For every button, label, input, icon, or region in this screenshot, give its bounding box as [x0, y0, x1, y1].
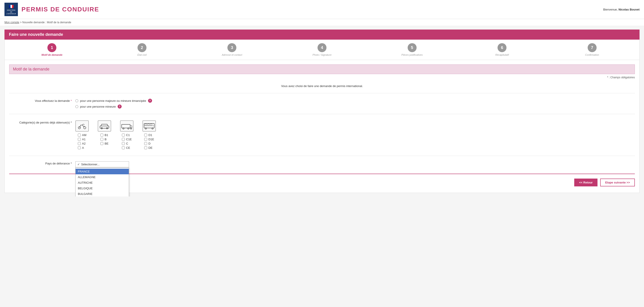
step-5[interactable]: 5 Pièces justificatives — [367, 43, 457, 56]
step-7[interactable]: 7 Confirmation — [547, 43, 637, 56]
checkbox-A: A — [78, 146, 86, 149]
step-7-circle: 7 — [588, 43, 596, 52]
chk-BE[interactable] — [100, 142, 103, 145]
step-5-label: Pièces justificatives — [402, 54, 422, 56]
checkbox-BE: BE — [100, 142, 108, 145]
dropdown-divider — [76, 168, 129, 168]
categories-grid: AM A1 A2 A — [75, 120, 156, 149]
checkbox-DE: DE — [144, 146, 154, 149]
checkbox-C1E: C1E — [122, 138, 132, 141]
steps: 1 Motif de demande 2 État civil 3 Adress… — [7, 43, 637, 56]
steps-container: 1 Motif de demande 2 État civil 3 Adress… — [4, 40, 640, 60]
username: Nicolas Bouvet — [618, 8, 640, 11]
radio-mineure[interactable] — [75, 105, 78, 108]
step-3[interactable]: 3 Adresse et contact — [187, 43, 277, 56]
chk-C1[interactable] — [122, 134, 125, 137]
radio-majeure[interactable] — [75, 99, 78, 102]
svg-point-8 — [128, 128, 129, 129]
breadcrumb: Mon compte > Nouvelle demande : Motif de… — [0, 19, 644, 26]
step-3-label: Adresse et contact — [222, 54, 242, 56]
chk-B[interactable] — [100, 138, 103, 141]
checkbox-AM: AM — [78, 133, 86, 137]
demande-required: * — [71, 99, 72, 103]
required-note: * : Champs obligatoires — [9, 76, 635, 79]
info-text: Vous avez choisi de faire une demande de… — [9, 82, 635, 90]
page-title: Faire une nouvelle demande — [9, 32, 63, 37]
dropdown-checkmark: ✓ — [77, 163, 80, 166]
svg-point-1 — [84, 127, 86, 129]
category-col-voiture: B1 B BE — [98, 120, 111, 149]
radio-row-2: pour une personne mineure ? — [75, 105, 152, 109]
voiture-items: B1 B BE — [100, 133, 108, 145]
dropdown-container: ✓ Sélectionner... FRANCE ALLEMAGNE AUTRI… — [75, 161, 129, 167]
page-title-bar: Faire une nouvelle demande — [4, 30, 640, 40]
category-col-bus: D1 D1E D DE — [142, 120, 156, 149]
breadcrumb-current: Nouvelle demande : Motif de la demande — [22, 21, 71, 24]
pays-row: Pays de délivrance * ✓ Sélectionner... F… — [9, 159, 635, 170]
radio-mineure-label: pour une personne mineure — [80, 105, 116, 108]
checkbox-D1E: D1E — [144, 138, 154, 141]
category-col-moto: AM A1 A2 A — [75, 120, 89, 149]
chk-A[interactable] — [78, 146, 81, 149]
step-1-label: Motif de demande — [42, 54, 62, 56]
breadcrumb-separator: > — [20, 21, 22, 24]
divider-2 — [9, 114, 635, 114]
moto-icon — [75, 120, 89, 132]
camion-icon — [120, 120, 134, 132]
step-2-label: État civil — [137, 54, 146, 56]
app-title: PERMIS DE CONDUIRE — [22, 6, 99, 13]
step-4-circle: 4 — [318, 43, 326, 52]
step-6[interactable]: 6 Récapitulatif — [457, 43, 547, 56]
step-5-circle: 5 — [408, 43, 416, 52]
svg-rect-13 — [148, 124, 149, 126]
dropdown-item-belgique[interactable]: BELGIQUE — [76, 185, 129, 191]
chk-A2[interactable] — [78, 142, 81, 145]
breadcrumb-link[interactable]: Mon compte — [4, 21, 19, 24]
step-4[interactable]: 4 Photo / Signature — [277, 43, 367, 56]
chk-C1E[interactable] — [122, 138, 125, 141]
step-3-circle: 3 — [228, 43, 236, 52]
step-6-circle: 6 — [498, 43, 506, 52]
chk-A1[interactable] — [78, 138, 81, 141]
help-icon-1[interactable]: ? — [148, 99, 152, 103]
svg-point-15 — [145, 128, 146, 129]
divider-1 — [9, 93, 635, 93]
dropdown-selected[interactable]: ✓ Sélectionner... — [75, 161, 129, 167]
chk-CE[interactable] — [122, 146, 125, 149]
dropdown-item-autriche[interactable]: AUTRICHE — [76, 180, 129, 185]
chk-D[interactable] — [144, 142, 147, 145]
chk-DE[interactable] — [144, 146, 147, 149]
header: 🇫🇷 MINISTÈREDEL'INTÉRIEUR PERMIS DE COND… — [0, 0, 644, 19]
demande-controls: pour une personne majeure ou mineure éma… — [75, 99, 152, 109]
categories-row: Catégorie(s) de permis déjà obtenue(s) * — [9, 117, 635, 153]
step-1-circle: 1 — [48, 43, 56, 52]
dropdown-item-bulgarie[interactable]: BULGARIE — [76, 191, 129, 196]
step-2[interactable]: 2 État civil — [97, 43, 187, 56]
chk-D1E[interactable] — [144, 138, 147, 141]
step-7-label: Confirmation — [585, 54, 599, 56]
checkbox-A1: A1 — [78, 138, 86, 141]
demande-row: Vous effectuez la demande * pour une per… — [9, 96, 635, 111]
chk-B1[interactable] — [100, 134, 103, 137]
dropdown-item-france[interactable]: FRANCE — [76, 169, 129, 174]
section-heading: Motif de la demande — [9, 65, 635, 74]
demande-label: Vous effectuez la demande * — [9, 99, 72, 103]
suivante-button[interactable]: Etape suivante >> — [600, 179, 635, 186]
dropdown-selected-text: Sélectionner... — [81, 163, 100, 166]
section-title: Motif de la demande — [13, 67, 631, 72]
retour-button[interactable]: << Retour — [574, 179, 598, 186]
chk-C[interactable] — [122, 142, 125, 145]
pays-label: Pays de délivrance * — [9, 161, 72, 165]
svg-rect-5 — [122, 124, 130, 128]
dropdown-item-allemagne[interactable]: ALLEMAGNE — [76, 174, 129, 180]
step-6-label: Récapitulatif — [495, 54, 509, 56]
step-4-label: Photo / Signature — [312, 54, 332, 56]
help-icon-2[interactable]: ? — [118, 105, 122, 109]
bus-icon — [142, 120, 156, 132]
step-1[interactable]: 1 Motif de demande — [7, 43, 97, 56]
chk-D1[interactable] — [144, 134, 147, 137]
chk-AM[interactable] — [78, 134, 81, 137]
voiture-icon — [98, 120, 111, 132]
svg-point-9 — [130, 128, 132, 129]
checkbox-D: D — [144, 142, 154, 145]
